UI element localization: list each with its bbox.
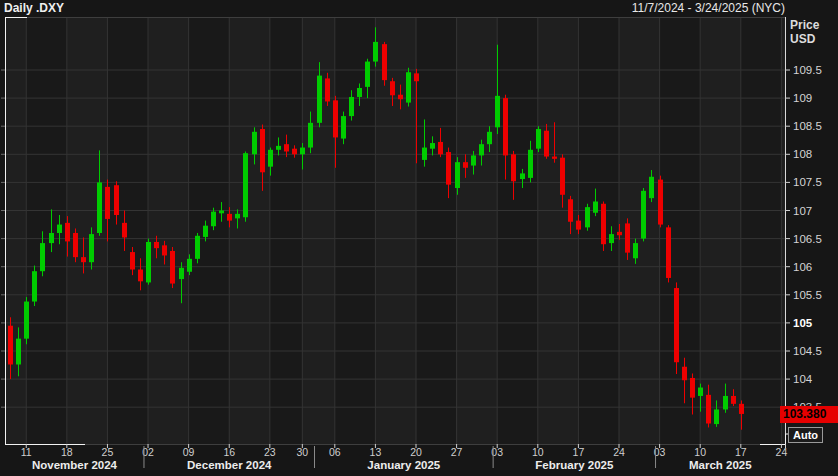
price-axis-label: 104.5 [793, 345, 822, 357]
candle-down [731, 396, 736, 404]
date-axis-label: 18 [61, 446, 73, 458]
candle-down [114, 185, 119, 215]
candle-up [349, 97, 354, 116]
date-axis-label: 09 [183, 446, 195, 458]
candle-up [146, 242, 151, 282]
candle-down [333, 100, 338, 137]
date-axis-label: 20 [410, 446, 422, 458]
candle-down [154, 242, 159, 248]
price-axis-label: 105 [793, 317, 813, 329]
date-axis-label: 13 [370, 446, 382, 458]
date-axis-label: 23 [264, 446, 276, 458]
candle-down [690, 378, 695, 398]
candle-up [495, 96, 500, 127]
candle-up [187, 259, 192, 272]
candle-up [365, 62, 370, 87]
price-axis-label: 108.5 [793, 120, 822, 132]
price-axis-label: 109.5 [793, 64, 822, 76]
candle-down [65, 223, 70, 242]
candle-up [32, 271, 37, 301]
week-band [538, 17, 579, 444]
date-axis-label: 10 [694, 446, 706, 458]
candle-down [438, 142, 443, 154]
candle-down [446, 152, 451, 185]
date-axis-label: 30 [296, 446, 308, 458]
candle-up [211, 212, 216, 227]
candle-up [252, 132, 257, 154]
candle-down [325, 78, 330, 101]
candle-up [406, 72, 411, 102]
candle-up [633, 243, 638, 258]
candle-up [300, 148, 305, 155]
week-band [497, 17, 538, 444]
week-band [189, 17, 230, 444]
candle-down [292, 149, 297, 155]
candle-down [81, 257, 86, 262]
candle-up [235, 214, 240, 218]
price-axis-label: 109 [793, 92, 812, 104]
week-band [229, 17, 270, 444]
price-axis-label: 106.5 [793, 233, 822, 245]
candle-up [641, 191, 646, 239]
candle-down [227, 214, 232, 221]
date-axis-label: 24 [613, 446, 625, 458]
date-axis-label: 17 [735, 446, 747, 458]
price-axis-title: Price USD [790, 18, 819, 46]
candle-up [268, 150, 273, 167]
candle-up [479, 144, 484, 155]
candle-down [463, 162, 468, 168]
candle-up [585, 207, 590, 227]
auto-scale-button[interactable]: Auto [788, 427, 823, 443]
week-band [107, 17, 148, 444]
candle-down [162, 245, 167, 255]
candle-down [260, 129, 265, 172]
candle-down [105, 187, 110, 219]
candle-down [138, 270, 143, 282]
candle-up [243, 153, 248, 217]
candle-up [57, 225, 62, 233]
price-axis-label: 108 [793, 148, 812, 160]
candle-up [16, 339, 21, 365]
price-chart-canvas[interactable]: 109.5109108.5108107.5107106.5106105.5105… [0, 0, 838, 476]
price-axis-title-line2: USD [790, 32, 819, 46]
candle-up [430, 143, 435, 149]
week-band [781, 17, 785, 444]
week-band [5, 17, 26, 444]
price-axis-label: 105.5 [793, 289, 822, 301]
date-axis-label: 11 [21, 446, 32, 458]
candle-down [8, 326, 13, 365]
candle-down [706, 395, 711, 424]
month-label: February 2025 [535, 459, 614, 471]
candle-down [552, 157, 557, 159]
date-axis-label: 24 [776, 446, 788, 458]
candle-up [609, 234, 614, 243]
candle-down [601, 204, 606, 244]
candle-up [341, 116, 346, 138]
candle-down [122, 223, 127, 238]
date-axis-label: 27 [451, 446, 463, 458]
candle-down [390, 81, 395, 95]
candle-down [568, 199, 573, 221]
candle-up [317, 76, 322, 123]
price-axis-label: 107 [793, 205, 812, 217]
week-band [148, 17, 189, 444]
candle-up [536, 129, 541, 149]
week-band [700, 17, 741, 444]
candle-down [560, 158, 565, 195]
candle-up [24, 302, 29, 339]
candle-down [666, 227, 671, 278]
month-label: November 2024 [32, 459, 118, 471]
candle-up [373, 42, 378, 62]
candle-up [97, 182, 102, 233]
candle-up [649, 177, 654, 198]
candle-up [471, 155, 476, 165]
candle-up [422, 148, 427, 160]
last-price-badge: 103.380 [780, 406, 838, 423]
price-axis-label: 106 [793, 261, 812, 273]
candle-down [170, 251, 175, 284]
date-axis-label: 10 [532, 446, 544, 458]
date-axis-label: 06 [329, 446, 341, 458]
week-band [457, 17, 498, 444]
candle-down [511, 154, 516, 181]
candle-up [528, 150, 533, 178]
